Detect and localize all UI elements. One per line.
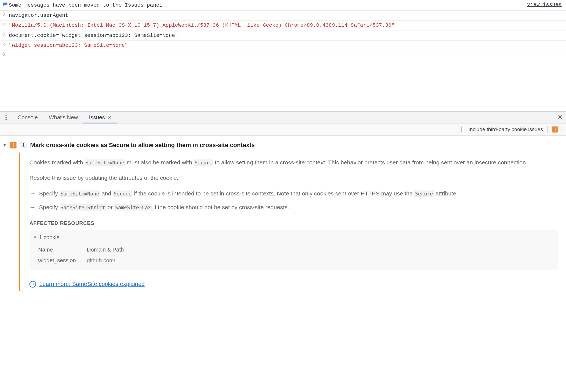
table-header: Domain & Path (87, 244, 135, 255)
issue-paragraph: Resolve this issue by updating the attri… (29, 173, 558, 183)
cookie-domain-cell: github.com/ (87, 255, 135, 266)
tab-whats-new[interactable]: What's New (43, 112, 83, 123)
warning-badge-icon: ! (552, 126, 558, 132)
affected-summary-text: 1 cookie (39, 233, 60, 242)
console-info-row: Some messages have been moved to the Iss… (0, 1, 566, 11)
issue-count-pill: 1 (20, 142, 27, 148)
chevron-right-icon (3, 53, 9, 56)
code-span: SameSite=Lax (114, 204, 152, 211)
console-input-row: navigator.userAgent (0, 11, 566, 21)
tab-issues[interactable]: Issues ✕ (83, 112, 117, 123)
svg-point-2 (6, 115, 7, 116)
console-output-text: "Mozilla/5.0 (Macintosh; Intel Mac OS X … (9, 22, 563, 29)
chevron-down-icon[interactable]: ▼ (3, 143, 7, 147)
console-prompt-row[interactable] (0, 51, 566, 59)
view-issues-link[interactable]: View issues (527, 2, 563, 8)
code-span: Secure (414, 191, 434, 197)
tab-label: What's New (49, 114, 78, 121)
third-party-checkbox[interactable]: Include third-party cookie issues (461, 126, 543, 132)
svg-point-0 (5, 24, 6, 25)
kebab-menu-icon[interactable] (0, 112, 12, 123)
issue-count: 1 (560, 126, 563, 132)
checkbox-label: Include third-party cookie issues (468, 126, 543, 132)
return-arrow-icon (3, 42, 9, 46)
code-span: SameSite=Strict (60, 204, 106, 211)
drawer-tabbar: Console What's New Issues ✕ ✕ (0, 111, 566, 123)
console-output-text: "widget_session=abc123; SameSite=None" (9, 42, 563, 49)
console-input-text[interactable]: navigator.userAgent (9, 12, 563, 20)
issue-body: Cookies marked with SameSite=None must a… (19, 153, 563, 291)
svg-point-1 (5, 44, 6, 45)
warning-badge-icon: ! (10, 142, 17, 148)
message-icon (3, 2, 9, 7)
affected-resources-heading: AFFECTED RESOURCES (29, 219, 558, 227)
tab-label: Issues (89, 114, 105, 121)
issue-header[interactable]: ▼ ! 1 Mark cross-site cookies as Secure … (3, 139, 563, 153)
code-span: SameSite=None (85, 159, 125, 166)
issues-filter-bar: Include third-party cookie issues ! 1 (0, 123, 566, 136)
chevron-right-icon (3, 12, 9, 16)
code-span: Secure (194, 159, 213, 166)
console-blank-area (0, 59, 566, 111)
close-icon[interactable]: ✕ (108, 114, 112, 120)
table-row[interactable]: widget_session github.com/ (38, 255, 135, 266)
tab-console[interactable]: Console (12, 112, 43, 123)
chevron-down-icon[interactable]: ▼ (33, 235, 37, 240)
code-span: Secure (113, 191, 132, 197)
chevron-right-icon (3, 32, 9, 36)
arrow-right-icon: → (29, 203, 35, 212)
issue-bullet: → Specify SameSite=None and Secure if th… (29, 189, 558, 198)
svg-point-4 (6, 119, 7, 120)
console-area: Some messages have been moved to the Iss… (0, 0, 566, 111)
issue-bullet: → Specify SameSite=Strict or SameSite=La… (29, 203, 558, 212)
learn-more-row: → Learn more: SameSite cookies explained (29, 280, 558, 289)
console-output-row: "Mozilla/5.0 (Macintosh; Intel Mac OS X … (0, 21, 566, 31)
code-span: SameSite=None (60, 191, 100, 197)
tab-label: Console (18, 114, 38, 121)
affected-resources-box: ▼ 1 cookie Name Domain & Path widget_ses… (29, 230, 558, 270)
divider (547, 126, 548, 133)
console-info-text: Some messages have been moved to the Iss… (9, 2, 527, 9)
close-drawer-button[interactable]: ✕ (554, 112, 566, 123)
return-arrow-icon (3, 22, 9, 26)
learn-more-link[interactable]: Learn more: SameSite cookies explained (39, 280, 145, 289)
affected-table: Name Domain & Path widget_session github… (38, 244, 554, 266)
affected-summary-row[interactable]: ▼ 1 cookie (33, 233, 554, 242)
table-header-row: Name Domain & Path (38, 244, 135, 255)
table-header: Name (38, 244, 87, 255)
console-input-text[interactable]: document.cookie="widget_session=abc123; … (9, 32, 563, 40)
issues-panel: ▼ ! 1 Mark cross-site cookies as Secure … (0, 136, 566, 300)
issue-paragraph: Cookies marked with SameSite=None must a… (29, 158, 558, 167)
cookie-name-cell: widget_session (38, 255, 87, 266)
svg-point-3 (6, 117, 7, 118)
checkbox-input[interactable] (461, 127, 466, 132)
external-link-icon: → (29, 281, 36, 288)
issue-title: Mark cross-site cookies as Secure to all… (30, 142, 255, 149)
console-output-row: "widget_session=abc123; SameSite=None" (0, 41, 566, 51)
console-input-row: document.cookie="widget_session=abc123; … (0, 31, 566, 41)
arrow-right-icon: → (29, 189, 35, 198)
